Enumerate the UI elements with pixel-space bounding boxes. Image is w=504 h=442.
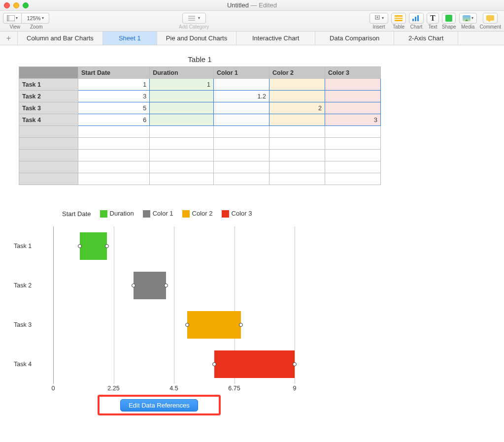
chart-bar-handle[interactable] [105,244,109,248]
cell[interactable] [150,126,214,138]
cell[interactable] [213,173,269,185]
cell[interactable] [325,79,380,91]
chart-button[interactable] [409,13,424,24]
cell[interactable] [150,91,214,102]
chart-plot[interactable]: 02.254.56.759Task 1Task 2Task 3Task 4 [34,226,300,384]
col-header-color1[interactable]: Color 1 [213,67,269,79]
cell[interactable] [325,161,380,173]
cell[interactable] [269,173,325,185]
cell[interactable]: 1.2 [213,91,269,102]
row-header[interactable]: Task 4 [19,114,78,126]
chart-bar[interactable] [134,272,166,299]
cell[interactable] [269,114,325,126]
edit-data-references-button[interactable]: Edit Data References [120,399,198,411]
cell[interactable] [269,126,325,138]
cell[interactable] [269,79,325,91]
chart-bar-handle[interactable] [212,362,216,366]
tab-interactive[interactable]: Interactive Chart [236,32,315,45]
cell[interactable]: 3 [78,91,150,102]
cell[interactable] [150,161,214,173]
add-category-button[interactable]: ▾ [182,13,206,24]
cell[interactable]: 1 [150,79,214,91]
col-header-duration[interactable]: Duration [150,67,214,79]
chart-bar-handle[interactable] [239,323,243,327]
cell[interactable] [150,150,214,161]
cell[interactable]: 3 [325,114,380,126]
insert-button[interactable]: ▾ [370,13,388,24]
row-header[interactable] [19,138,78,150]
cell[interactable] [325,138,380,150]
col-header-color2[interactable]: Color 2 [269,67,325,79]
row-header[interactable] [19,173,78,185]
cell[interactable] [269,150,325,161]
cell[interactable] [213,150,269,161]
cell[interactable] [269,138,325,150]
comment-button[interactable] [483,13,498,24]
cell[interactable] [150,138,214,150]
table-row[interactable]: Task 4 6 3 [19,114,381,126]
tab-data-comparison[interactable]: Data Comparison [315,32,394,45]
cell[interactable]: 2 [269,102,325,114]
row-header[interactable] [19,126,78,138]
cell[interactable] [213,79,269,91]
cell[interactable]: 6 [78,114,150,126]
cell[interactable] [213,126,269,138]
cell[interactable] [78,126,150,138]
text-button[interactable]: T [427,13,439,24]
cell[interactable] [78,173,150,185]
cell[interactable] [150,173,214,185]
canvas[interactable]: Table 1 Start Date Duration Color 1 Colo… [0,45,504,415]
shape-button[interactable] [442,13,456,24]
cell[interactable] [269,161,325,173]
cell[interactable] [325,173,380,185]
table-title[interactable]: Table 1 [19,55,381,63]
chart[interactable]: Start Date Duration Color 1 Color 2 Colo… [14,210,504,415]
zoom-button[interactable]: 125% ▾ [22,13,49,24]
chart-bar-handle[interactable] [293,362,297,366]
cell[interactable] [325,102,380,114]
chart-bar-handle[interactable] [78,244,82,248]
row-header[interactable]: Task 3 [19,102,78,114]
col-header-start-date[interactable]: Start Date [78,67,150,79]
tab-sheet-1[interactable]: Sheet 1 [103,32,157,45]
row-header[interactable] [19,161,78,173]
cell[interactable] [325,126,380,138]
row-header[interactable] [19,150,78,161]
cell[interactable]: 1 [78,79,150,91]
cell[interactable] [150,114,214,126]
chart-bar[interactable] [187,311,241,339]
media-icon [463,15,470,21]
table-button[interactable] [391,13,406,24]
row-header[interactable]: Task 1 [19,79,78,91]
cell[interactable] [325,91,380,102]
cell[interactable]: 5 [78,102,150,114]
chart-bar-handle[interactable] [164,284,168,287]
view-button[interactable]: ▾ [3,13,22,24]
chart-bar-handle[interactable] [185,323,189,327]
chart-bar[interactable] [214,350,295,378]
cell[interactable] [78,138,150,150]
table-row[interactable]: Task 1 1 1 [19,79,381,91]
cell[interactable] [213,114,269,126]
add-sheet-button[interactable]: + [0,32,18,45]
col-header-color3[interactable]: Color 3 [325,67,380,79]
chart-bar[interactable] [80,232,106,260]
tab-column-bar[interactable]: Column and Bar Charts [18,32,103,45]
table-row[interactable]: Task 3 5 2 [19,102,381,114]
media-button[interactable]: ▾ [459,13,477,24]
cell[interactable] [213,102,269,114]
table-corner[interactable] [19,67,78,79]
table-row[interactable]: Task 2 3 1.2 [19,91,381,102]
cell[interactable] [213,161,269,173]
data-table[interactable]: Start Date Duration Color 1 Color 2 Colo… [19,66,381,185]
cell[interactable] [78,150,150,161]
chart-bar-handle[interactable] [132,284,135,287]
cell[interactable] [325,150,380,161]
cell[interactable] [78,161,150,173]
cell[interactable] [150,102,214,114]
tab-pie-donut[interactable]: Pie and Donut Charts [157,32,236,45]
cell[interactable] [213,138,269,150]
cell[interactable] [269,91,325,102]
tab-2-axis[interactable]: 2-Axis Chart [394,32,458,45]
row-header[interactable]: Task 2 [19,91,78,102]
